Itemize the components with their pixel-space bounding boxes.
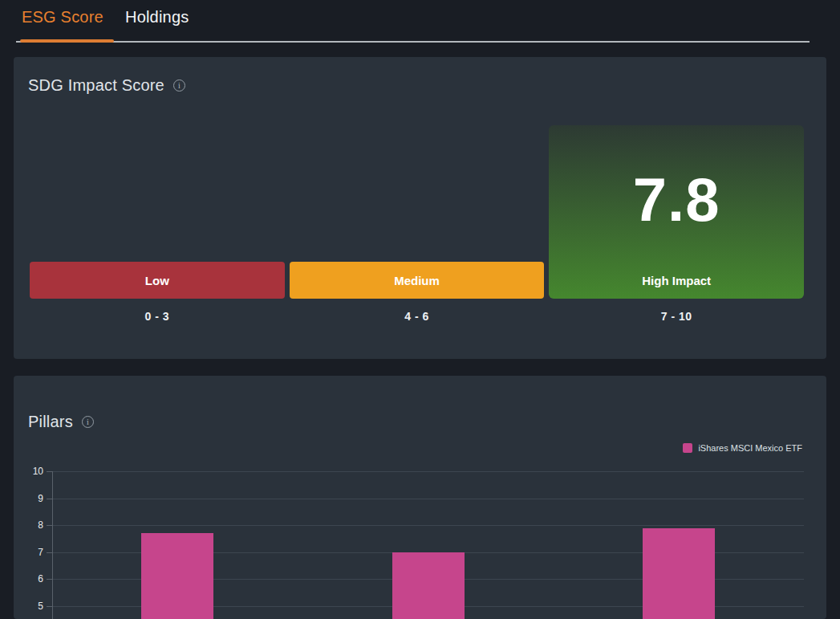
pillars-card-title: Pillars xyxy=(28,413,73,431)
sdg-score-ranges: 0 - 3 4 - 6 7 - 10 xyxy=(30,310,804,323)
y-axis-tick-label: 8 xyxy=(14,518,43,532)
scale-segment-low: Low xyxy=(30,262,285,299)
scale-segment-low-label: Low xyxy=(145,274,169,287)
y-axis-tick-label: 7 xyxy=(14,545,43,560)
y-axis-tick xyxy=(47,525,52,526)
legend-color-swatch xyxy=(683,443,692,453)
tab-holdings[interactable]: Holdings xyxy=(125,8,189,26)
y-axis-tick xyxy=(47,471,52,472)
range-low: 0 - 3 xyxy=(30,310,285,323)
tab-esg-score[interactable]: ESG Score xyxy=(22,8,103,26)
sdg-impact-score-card: SDG Impact Score i Low Medium 7.8 High I… xyxy=(14,57,826,359)
scale-segment-medium: Medium xyxy=(290,262,545,299)
range-medium: 4 - 6 xyxy=(290,310,545,323)
legend-label: iShares MSCI Mexico ETF xyxy=(698,443,802,453)
active-tab-indicator xyxy=(20,39,114,43)
sdg-score-scale: Low Medium 7.8 High Impact xyxy=(30,125,804,299)
y-axis-tick xyxy=(47,606,52,607)
scale-segment-medium-label: Medium xyxy=(394,274,440,287)
gridline xyxy=(53,525,804,526)
y-axis-tick xyxy=(47,552,52,553)
info-icon[interactable]: i xyxy=(173,79,185,92)
pillar-bar[interactable] xyxy=(141,533,213,619)
sdg-card-title: SDG Impact Score xyxy=(28,76,164,95)
pillars-card: Pillars i iShares MSCI Mexico ETF 109876… xyxy=(14,376,826,619)
y-axis-tick-label: 10 xyxy=(14,464,43,479)
gridline xyxy=(53,471,804,472)
scale-segment-high: 7.8 High Impact xyxy=(549,125,804,299)
y-axis-tick-label: 5 xyxy=(14,599,43,613)
pillars-chart-plot: 1098765 xyxy=(52,471,804,619)
scale-segment-high-label: High Impact xyxy=(642,274,711,287)
y-axis-tick-label: 9 xyxy=(14,491,43,506)
pillar-bar[interactable] xyxy=(643,528,715,619)
score-area: 7.8 xyxy=(549,125,804,262)
sdg-score-value: 7.8 xyxy=(633,165,720,234)
tab-bar: ESG Score Holdings xyxy=(0,0,840,43)
chart-legend-item[interactable]: iShares MSCI Mexico ETF xyxy=(683,443,802,453)
y-axis-line xyxy=(52,471,53,619)
gridline xyxy=(53,499,804,499)
info-icon[interactable]: i xyxy=(82,416,94,428)
scale-segment-high-label-area: High Impact xyxy=(549,262,804,299)
tabbar-divider xyxy=(16,41,810,43)
pillar-bar[interactable] xyxy=(392,552,465,619)
y-axis-tick xyxy=(47,499,52,499)
y-axis-tick-label: 6 xyxy=(14,572,43,586)
y-axis-tick xyxy=(47,579,52,580)
range-high: 7 - 10 xyxy=(549,310,804,323)
